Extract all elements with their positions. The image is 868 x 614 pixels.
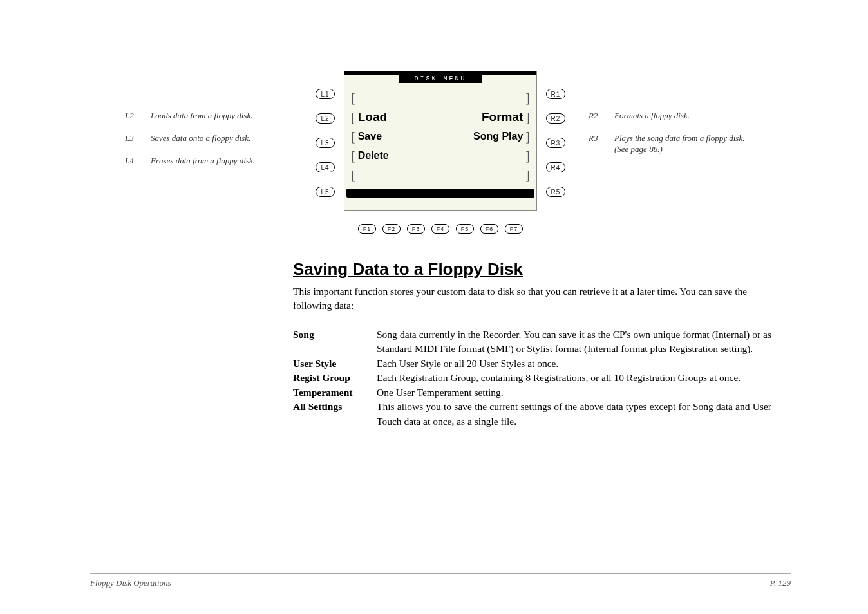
hardware-button-F7[interactable]: F7 xyxy=(505,224,523,234)
annotation-row: L4 Erases data from a floppy disk. xyxy=(125,156,305,167)
footer-page-number: P. 129 xyxy=(770,578,791,588)
section-intro-paragraph: This important function stores your cust… xyxy=(293,284,771,313)
footer-section-name: Floppy Disk Operations xyxy=(90,578,171,588)
hardware-button-L2[interactable]: L2 xyxy=(316,113,335,124)
left-hardware-buttons: L1 L2 L3 L4 L5 xyxy=(316,89,335,197)
menu-item-load[interactable]: [Load xyxy=(347,110,387,125)
annotation-key: L2 xyxy=(125,111,151,122)
annotation-row: L3 Saves data onto a floppy disk. xyxy=(125,133,305,144)
menu-item-left: [ xyxy=(347,91,358,106)
menu-item-right: ] xyxy=(523,168,534,183)
screen-row: [Load Format] xyxy=(344,107,536,127)
menu-item-save[interactable]: [Save xyxy=(347,129,382,144)
screen-row: [ ] xyxy=(344,165,536,185)
annotation-text: Loads data from a floppy disk. xyxy=(151,111,252,122)
menu-label: Save xyxy=(358,131,382,142)
definition-term: All Settings xyxy=(293,400,377,429)
menu-label: Load xyxy=(358,110,387,124)
hardware-button-R2[interactable]: R2 xyxy=(546,113,565,124)
hardware-button-F1[interactable]: F1 xyxy=(358,224,376,234)
hardware-button-L3[interactable]: L3 xyxy=(316,138,335,148)
annotation-row: L2 Loads data from a floppy disk. xyxy=(125,111,305,122)
hardware-button-L5[interactable]: L5 xyxy=(316,187,335,197)
hardware-button-F4[interactable]: F4 xyxy=(431,224,449,234)
menu-item-delete[interactable]: [Delete xyxy=(347,149,389,163)
right-annotation-column: R2 Formats a floppy disk. R3 Plays the s… xyxy=(576,71,756,167)
hardware-button-F2[interactable]: F2 xyxy=(382,224,401,234)
menu-item-format[interactable]: Format] xyxy=(482,110,534,125)
menu-item-right: ] xyxy=(523,149,534,163)
page-footer: Floppy Disk Operations P. 129 xyxy=(90,573,791,588)
definition-description: Song data currently in the Recorder. You… xyxy=(377,328,771,357)
left-annotation-column: L2 Loads data from a floppy disk. L3 Sav… xyxy=(125,71,305,178)
right-hardware-buttons: R1 R2 R3 R4 R5 xyxy=(546,89,565,197)
hardware-button-R1[interactable]: R1 xyxy=(546,89,565,99)
annotation-text: Erases data from a floppy disk. xyxy=(151,156,255,167)
annotation-text: Saves data onto a floppy disk. xyxy=(151,133,250,144)
annotation-row: R3 Plays the song data from a floppy dis… xyxy=(589,133,756,155)
definition-term: Song xyxy=(293,328,377,357)
bottom-hardware-buttons: F1 F2 F3 F4 F5 F6 F7 xyxy=(305,224,576,234)
definition-row: Temperament One User Temperament setting… xyxy=(293,386,771,400)
menu-label: Delete xyxy=(358,150,389,162)
main-content: Saving Data to a Floppy Disk This import… xyxy=(293,259,771,429)
definition-row: User Style Each User Style or all 20 Use… xyxy=(293,357,771,371)
definition-row: Song Song data currently in the Recorder… xyxy=(293,328,771,357)
hardware-button-R3[interactable]: R3 xyxy=(546,138,565,148)
hardware-button-F6[interactable]: F6 xyxy=(480,224,498,234)
device-panel: L1 L2 L3 L4 L5 R1 R2 R3 R4 R5 DISK MENU … xyxy=(305,71,576,234)
menu-label: Song Play xyxy=(473,131,523,142)
annotation-text: Plays the song data from a floppy disk. … xyxy=(614,133,756,155)
lcd-screen: DISK MENU [ ] [Load Format] [Save Song P… xyxy=(344,71,537,211)
menu-item-left: [ xyxy=(347,168,358,183)
menu-label: Format xyxy=(482,110,523,124)
menu-item-song-play[interactable]: Song Play] xyxy=(473,129,534,144)
definition-term: User Style xyxy=(293,357,377,371)
definition-description: One User Temperament setting. xyxy=(377,386,504,400)
definition-row: Regist Group Each Registration Group, co… xyxy=(293,371,771,385)
definition-description: This allows you to save the current sett… xyxy=(377,400,771,429)
annotation-text: Formats a floppy disk. xyxy=(614,111,690,122)
annotation-row: R2 Formats a floppy disk. xyxy=(589,111,756,122)
definition-term: Regist Group xyxy=(293,371,377,385)
definition-description: Each User Style or all 20 User Styles at… xyxy=(377,357,558,371)
hardware-button-F5[interactable]: F5 xyxy=(456,224,474,234)
definition-row: All Settings This allows you to save the… xyxy=(293,400,771,429)
section-heading: Saving Data to a Floppy Disk xyxy=(293,259,771,279)
annotation-key: L3 xyxy=(125,133,151,144)
screen-row: [Delete ] xyxy=(344,146,536,165)
definition-list: Song Song data currently in the Recorder… xyxy=(293,328,771,429)
definition-term: Temperament xyxy=(293,386,377,400)
top-columns: L2 Loads data from a floppy disk. L3 Sav… xyxy=(90,71,791,234)
hardware-button-F3[interactable]: F3 xyxy=(407,224,425,234)
screen-row: [Save Song Play] xyxy=(344,127,536,146)
screen-title: DISK MENU xyxy=(399,75,482,83)
hardware-button-R4[interactable]: R4 xyxy=(546,162,565,172)
screen-bottom-bar xyxy=(346,189,534,198)
screen-row: [ ] xyxy=(344,88,536,107)
hardware-button-L1[interactable]: L1 xyxy=(316,89,335,99)
annotation-key: L4 xyxy=(125,156,151,167)
menu-item-right: ] xyxy=(523,91,534,106)
annotation-key: R2 xyxy=(589,111,614,122)
hardware-button-R5[interactable]: R5 xyxy=(546,187,565,197)
definition-description: Each Registration Group, containing 8 Re… xyxy=(377,371,741,385)
hardware-button-L4[interactable]: L4 xyxy=(316,162,335,172)
annotation-key: R3 xyxy=(589,133,614,155)
